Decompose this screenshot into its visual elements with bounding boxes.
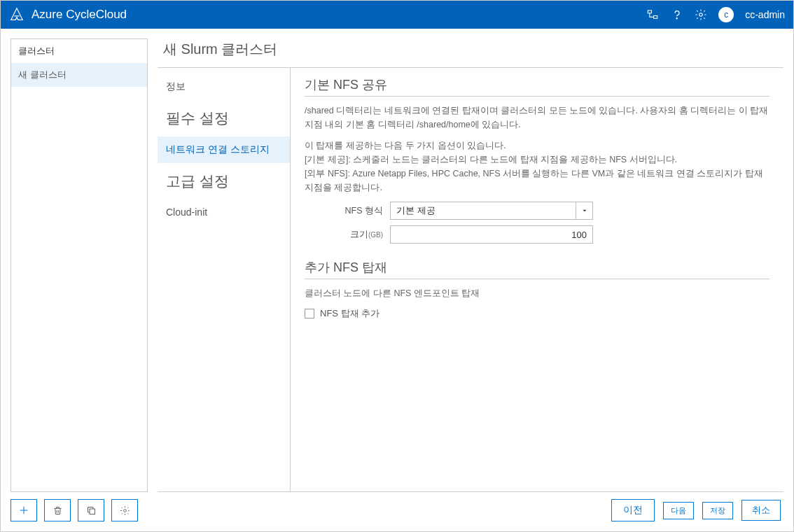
label-nfs-type: NFS 형식 xyxy=(305,205,383,217)
sidebar: 클러스터 새 클러스터 xyxy=(11,38,148,522)
svg-rect-1 xyxy=(654,16,657,19)
username[interactable]: cc-admin xyxy=(745,9,785,20)
section-additional-nfs: 추가 NFS 탑재 xyxy=(305,259,769,279)
app-logo[interactable]: Azure CycleCloud xyxy=(9,7,127,22)
row-size: 크기(GB) xyxy=(305,225,769,244)
app-title: Azure CycleCloud xyxy=(32,8,127,22)
cancel-button[interactable]: 취소 xyxy=(741,500,781,521)
content-title: 새 Slurm 클러스터 xyxy=(158,38,783,67)
row-add-nfs-mount: NFS 탑재 추가 xyxy=(305,307,769,320)
wizard-footer: 이전 다음 저장 취소 xyxy=(158,491,783,522)
checkbox-add-nfs-mount[interactable] xyxy=(305,309,314,318)
wizard-step-cloudinit[interactable]: Cloud-init xyxy=(158,200,290,225)
header-actions: c cc-admin xyxy=(646,7,785,22)
trash-icon xyxy=(53,505,63,516)
next-button[interactable]: 다음 xyxy=(663,502,694,519)
wizard-step-required[interactable]: 필수 설정 xyxy=(158,100,290,136)
delete-button[interactable] xyxy=(44,499,71,522)
desc-options-external: [외부 NFS]: Azure Netapp Files, HPC Cache,… xyxy=(305,169,763,192)
row-nfs-type: NFS 형식 기본 제공 xyxy=(305,202,769,220)
select-nfs-type[interactable]: 기본 제공 xyxy=(390,202,593,220)
wizard-step-network-storage[interactable]: 네트워크 연결 스토리지 xyxy=(158,136,290,163)
section-nfs-share: 기본 NFS 공유 xyxy=(305,76,769,97)
form-panel: 기본 NFS 공유 /shared 디렉터리는 네트워크에 연결된 탑재이며 클… xyxy=(291,68,783,491)
gear-icon xyxy=(120,505,130,516)
input-size-gb[interactable] xyxy=(390,225,593,244)
desc-additional-nfs: 클러스터 노드에 다른 NFS 엔드포인트 탑재 xyxy=(305,286,769,300)
svg-point-5 xyxy=(123,509,126,512)
desc-shared-dir: /shared 디렉터리는 네트워크에 연결된 탑재이며 클러스터의 모든 노드… xyxy=(305,104,769,132)
sidebar-item-new-cluster[interactable]: 새 클러스터 xyxy=(11,63,147,87)
desc-options: 이 탑재를 제공하는 다음 두 가지 옵션이 있습니다. [기본 제공]: 스케… xyxy=(305,139,769,195)
desc-options-builtin: [기본 제공]: 스케줄러 노드는 클러스터의 다른 노드에 탑재 지점을 제공… xyxy=(305,155,677,164)
gear-icon[interactable] xyxy=(695,8,707,21)
help-icon[interactable] xyxy=(671,8,683,21)
sidebar-toolbar xyxy=(11,499,148,522)
cluster-list: 클러스터 새 클러스터 xyxy=(11,38,148,492)
wizard-nav: 정보 필수 설정 네트워크 연결 스토리지 고급 설정 Cloud-init xyxy=(158,68,291,491)
plus-icon xyxy=(18,505,29,516)
top-header: Azure CycleCloud c cc-admin xyxy=(1,1,793,29)
body: 클러스터 새 클러스터 새 Slurm 클러스터 정보 필수 설정 xyxy=(1,29,793,531)
svg-point-2 xyxy=(676,18,677,19)
prev-button[interactable]: 이전 xyxy=(611,499,655,522)
desc-options-intro: 이 탑재를 제공하는 다음 두 가지 옵션이 있습니다. xyxy=(305,141,506,150)
svg-point-3 xyxy=(699,13,703,17)
svg-rect-4 xyxy=(90,509,95,514)
label-size-text: 크기 xyxy=(350,230,368,239)
label-size-unit: (GB) xyxy=(368,231,383,239)
settings-button[interactable] xyxy=(111,499,138,522)
save-button[interactable]: 저장 xyxy=(702,502,733,519)
wizard-step-advanced[interactable]: 고급 설정 xyxy=(158,163,290,200)
label-add-nfs-mount: NFS 탑재 추가 xyxy=(320,307,379,320)
sidebar-header: 클러스터 xyxy=(11,39,147,63)
content: 새 Slurm 클러스터 정보 필수 설정 네트워크 연결 스토리지 고급 설정… xyxy=(158,38,783,522)
azure-logo-icon xyxy=(9,7,25,22)
select-nfs-type-value: 기본 제공 xyxy=(391,204,576,217)
copy-icon xyxy=(86,505,97,516)
content-main: 정보 필수 설정 네트워크 연결 스토리지 고급 설정 Cloud-init 기… xyxy=(158,67,783,491)
avatar[interactable]: c xyxy=(718,7,734,22)
chevron-down-icon xyxy=(576,202,592,219)
network-icon[interactable] xyxy=(646,8,660,21)
label-size: 크기(GB) xyxy=(305,229,383,241)
add-button[interactable] xyxy=(11,499,37,522)
wizard-step-info[interactable]: 정보 xyxy=(158,74,290,100)
svg-rect-0 xyxy=(648,10,651,13)
copy-button[interactable] xyxy=(78,499,104,522)
